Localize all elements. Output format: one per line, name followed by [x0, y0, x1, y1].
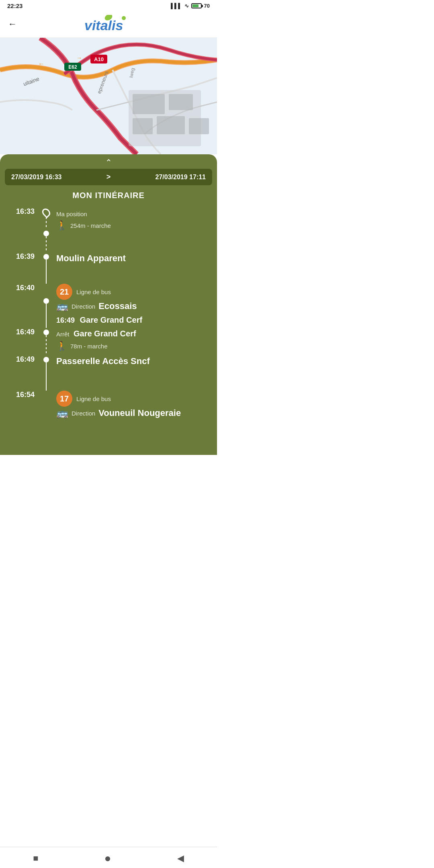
svg-rect-5 — [133, 94, 165, 114]
line-solid-1 — [46, 260, 47, 284]
step-arret-gare: 16:49 Arrêt Gare Grand Cerf 🚶 78m - marc… — [8, 328, 209, 355]
bus-badge-21: 21 — [56, 284, 72, 300]
svg-point-2 — [122, 16, 126, 20]
moulin-apparent: Moulin Apparent — [56, 253, 126, 263]
arret-label: Arrêt — [56, 331, 70, 338]
svg-rect-7 — [133, 118, 153, 134]
bus-icon-17: 🚌 — [56, 407, 68, 419]
walk-row-2: 🚶 78m - marche — [56, 338, 209, 354]
bus-label-21: Ligne de bus — [76, 289, 111, 295]
direction-name-21: Ecossais — [98, 301, 137, 311]
time-1639: 16:39 — [16, 252, 35, 261]
svg-text:←: ← — [38, 60, 45, 67]
step-moulin: 16:39 Moulin Apparent — [8, 252, 209, 284]
map-svg: A10 E62 uitaine epreneurs lweg ← → — [0, 38, 217, 154]
back-button[interactable]: ← — [8, 19, 17, 29]
svg-rect-8 — [157, 116, 185, 134]
datetime-bar[interactable]: 27/03/2019 16:33 > 27/03/2019 17:11 — [5, 169, 212, 185]
svg-text:vitalis: vitalis — [84, 18, 123, 33]
bus-row-17: 17 Ligne de bus — [56, 391, 209, 407]
gare-grand-cerf-2: Gare Grand Cerf — [74, 329, 136, 338]
time-1649c: 16:49 — [16, 355, 35, 364]
direction-label-21: Direction — [72, 303, 95, 310]
time-1633: 16:33 — [16, 207, 35, 216]
direction-row-17: 🚌 Direction Vouneuil Nougeraie — [56, 407, 209, 419]
dot-1 — [43, 231, 49, 236]
status-time: 22:23 — [7, 2, 23, 9]
panel-handle[interactable]: ⌃ — [0, 154, 217, 169]
time-1649b: 16:49 — [16, 328, 35, 336]
end-datetime: 27/03/2019 17:11 — [156, 174, 206, 181]
status-bar: 22:23 ▌▌▌ ∿ 70 — [0, 0, 217, 11]
line-dashed-3 — [46, 335, 47, 355]
svg-text:A10: A10 — [94, 56, 104, 62]
dot-2 — [43, 254, 49, 260]
svg-text:→: → — [76, 55, 82, 61]
chevron-up-icon: ⌃ — [105, 158, 112, 166]
step-bus17: 16:54 17 Ligne de bus 🚌 Direction Vouneu… — [8, 391, 209, 419]
status-icons: ▌▌▌ ∿ 70 — [171, 3, 210, 9]
walk-distance-2: 78m - marche — [70, 343, 108, 350]
bus-row-21: 21 Ligne de bus — [56, 284, 209, 300]
time-1640: 16:40 — [16, 284, 35, 292]
location-pin-icon — [41, 207, 52, 218]
bottom-panel: ⌃ 27/03/2019 16:33 > 27/03/2019 17:11 MO… — [0, 154, 217, 455]
walk-icon-1: 🚶 — [56, 220, 67, 231]
direction-name-17: Vouneuil Nougeraie — [98, 408, 181, 418]
line-dashed-1 — [46, 217, 47, 229]
signal-icon: ▌▌▌ — [171, 3, 182, 9]
step-passerelle: 16:49 Passerelle Accès Sncf — [8, 355, 209, 391]
line-dashed-2 — [46, 236, 47, 252]
line-solid-2 — [46, 304, 47, 328]
svg-rect-6 — [169, 94, 193, 110]
step-location: 16:33 Ma position 🚶 254m - marche — [8, 207, 209, 252]
dot-3 — [43, 298, 49, 304]
line-solid-3 — [46, 362, 47, 391]
ma-position-label: Ma position — [56, 211, 87, 217]
itinerary-title: MON ITINÉRAIRE — [0, 191, 217, 200]
bus-badge-17: 17 — [56, 391, 72, 407]
vitalis-logo: vitalis — [80, 15, 137, 33]
battery-pct: 70 — [204, 3, 210, 9]
start-datetime: 27/03/2019 16:33 — [11, 174, 61, 181]
timeline: 16:33 Ma position 🚶 254m - marche 16:39 — [0, 207, 217, 423]
time-1649a: 16:49 — [56, 316, 75, 324]
battery-icon — [191, 3, 202, 8]
gare-grand-cerf-1: Gare Grand Cerf — [80, 315, 143, 324]
svg-rect-9 — [189, 118, 209, 134]
passerelle: Passerelle Accès Sncf — [56, 356, 150, 366]
wifi-icon: ∿ — [184, 3, 189, 9]
time-1654: 16:54 — [16, 391, 35, 399]
bus-icon-21: 🚌 — [56, 301, 68, 312]
walk-distance-1: 254m - marche — [70, 222, 111, 229]
logo: vitalis — [80, 15, 137, 33]
map-area: A10 E62 uitaine epreneurs lweg ← → — [0, 38, 217, 154]
step-bus21: 16:40 21 Ligne de bus 🚌 Direction Ecossa… — [8, 284, 209, 328]
datetime-arrow: > — [106, 173, 111, 181]
bus-label-17: Ligne de bus — [76, 395, 111, 402]
dot-4 — [43, 330, 49, 335]
walk-icon-2: 🚶 — [56, 341, 67, 351]
direction-label-17: Direction — [72, 410, 95, 417]
direction-row-21: 🚌 Direction Ecossais — [56, 301, 209, 312]
walk-row-1: 🚶 254m - marche — [56, 218, 209, 233]
app-header: ← vitalis — [0, 11, 217, 38]
svg-text:E62: E62 — [68, 64, 77, 70]
dot-5 — [43, 357, 49, 362]
